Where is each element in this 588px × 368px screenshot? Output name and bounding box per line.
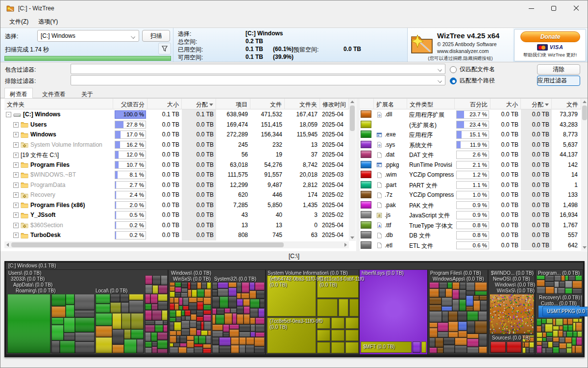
tree-header-2[interactable]: 大小 xyxy=(147,99,182,109)
tree-cell: 0.0 TB xyxy=(182,220,216,231)
expand-icon[interactable]: + xyxy=(13,132,19,137)
radio-match-filename[interactable]: 仅匹配文件名 xyxy=(450,65,495,74)
expand-icon[interactable]: + xyxy=(13,203,19,208)
tree-header-6[interactable]: 文件夹 xyxy=(285,99,320,109)
tree-row-4[interactable]: +[19 文件在 C:\]12.0 %0.0 TB0.0 TB561937202… xyxy=(4,150,349,160)
tree-cell: 13 xyxy=(250,220,285,231)
ext-cell: 0.0 TB xyxy=(521,220,552,231)
panel-splitter[interactable] xyxy=(356,99,360,251)
ext-row-13[interactable]: .etlETL 文件0.6 %0.0 TB0.0 TB642 xyxy=(360,240,581,251)
expand-icon[interactable]: + xyxy=(13,142,19,148)
tree-row-3[interactable]: +System Volume Information16.2 %0.0 TB0.… xyxy=(4,140,349,150)
menu-file[interactable]: 文件(Z) xyxy=(5,17,32,27)
stats-reserved-value: 0.0 TB xyxy=(343,46,361,53)
expand-icon[interactable]: + xyxy=(13,192,19,198)
exclude-filter-input[interactable] xyxy=(71,75,445,85)
ext-row-4[interactable]: .datDAT 文件2.6 %0.0 TB0.0 TB44,137 xyxy=(360,150,581,160)
tree-row-0[interactable]: -[C:] Windows100.0 %0.1 TB0.1 TB638,9494… xyxy=(4,109,349,120)
ext-header-1[interactable]: 扩展名 xyxy=(374,99,407,109)
filter-toggle-button[interactable] xyxy=(158,43,171,54)
tree-row-10[interactable]: +Y_JSsoft0.5 %0.0 TB0.0 TB434032025-02 xyxy=(4,210,349,220)
tree-header-3[interactable]: 分配 xyxy=(182,99,216,109)
expand-icon[interactable]: + xyxy=(13,223,19,228)
file-file-icon xyxy=(376,202,383,209)
tree-cell: 0.0 TB xyxy=(182,120,216,130)
folder-name: Recovery xyxy=(30,191,55,198)
treemap-view[interactable]: [C:] Windows (0.1 TB)Users\ (0.0 TB)3203… xyxy=(4,261,585,357)
tree-cell: 156,344 xyxy=(250,130,285,140)
ext-header-6[interactable]: 文件 xyxy=(552,99,581,109)
tree-row-7[interactable]: +ProgramData2.7 %0.0 TB0.0 TB12,2999,487… xyxy=(4,180,349,190)
scroll-down-icon xyxy=(583,246,587,249)
include-filter-input[interactable] xyxy=(71,64,445,74)
expand-icon[interactable]: + xyxy=(13,122,19,128)
ext-header-5[interactable]: 分配 xyxy=(521,99,552,109)
tree-vertical-scrollbar[interactable] xyxy=(349,99,356,241)
expand-icon[interactable]: + xyxy=(13,233,19,238)
tree-cell: 40 xyxy=(250,210,285,220)
tree-header-0[interactable]: 文件夹 xyxy=(4,99,113,109)
ext-row-2[interactable]: .exe应用程序15.1 %0.0 TB0.0 TB8,773 xyxy=(360,130,581,140)
treemap-canvas[interactable] xyxy=(6,263,583,356)
tab-2[interactable]: 关于 xyxy=(76,89,98,98)
tree-row-8[interactable]: +Recovery2.4 %0.0 TB0.0 TB6204461742025-… xyxy=(4,190,349,200)
drive-select[interactable]: [C:] Windows xyxy=(37,30,139,42)
tree-header-5[interactable]: 文件 xyxy=(250,99,285,109)
tab-1[interactable]: 文件查看 xyxy=(37,89,71,98)
tree-row-1[interactable]: +Users27.8 %0.0 TB0.0 TB169,474151,41518… xyxy=(4,120,349,130)
expand-icon[interactable]: + xyxy=(13,172,19,178)
donate-button[interactable]: Donate xyxy=(520,31,580,42)
tree-cell: 151,415 xyxy=(250,120,285,130)
expand-icon[interactable]: + xyxy=(13,162,19,168)
apply-filter-button[interactable]: 应用过滤器 xyxy=(537,76,580,86)
ext-header-2[interactable]: 文件类型 xyxy=(407,99,455,109)
website-link[interactable]: www.diskanalyzer.com xyxy=(437,48,489,54)
tree-header-1[interactable]: 父级百分比 xyxy=(113,99,147,109)
ext-row-6[interactable]: .wimYCZip Compress1.2 %0.0 TB0.0 TB14 xyxy=(360,170,581,180)
radio-match-fullpath[interactable]: 匹配整个路径 xyxy=(450,77,495,85)
tree-header-4[interactable]: 项目 xyxy=(216,99,250,109)
ext-row-1[interactable]: (无扩展名)23.4 %0.0 TB0.0 TB43,283 xyxy=(360,120,581,130)
tree-cell: 0.1 TB xyxy=(182,109,216,120)
tab-0[interactable]: 树查看 xyxy=(4,88,33,98)
tree-row-9[interactable]: +Program Files (x86)2.0 %0.0 TB0.0 TB7,2… xyxy=(4,200,349,210)
tree-cell-modified: 2025-04 xyxy=(320,150,349,160)
ext-row-7[interactable]: .partPART 文件1.1 %0.0 TB0.0 TB1 xyxy=(360,180,581,190)
expand-icon[interactable]: + xyxy=(13,183,19,188)
ext-vertical-scrollbar[interactable] xyxy=(581,99,588,251)
tree-row-6[interactable]: +$WINDOWS.~BT8.1 %0.0 TB0.0 TB111,57591,… xyxy=(4,170,349,180)
tree-horizontal-scrollbar[interactable] xyxy=(4,241,349,248)
ext-row-9[interactable]: .pakPAK 文件0.9 %0.0 TB0.0 TB1,498 xyxy=(360,200,581,210)
collapse-icon[interactable]: - xyxy=(6,112,11,117)
tree-header-7[interactable]: 修改时间 xyxy=(320,99,349,109)
main-panel: 文件夹父级百分比大小分配项目文件文件夹修改时间-[C:] Windows100.… xyxy=(0,98,588,251)
tree-cell: 0.0 TB xyxy=(147,220,182,231)
tree-row-5[interactable]: +Program Files10.7 %0.0 TB0.0 TB63,01854… xyxy=(4,160,349,170)
scan-button[interactable]: 扫描 xyxy=(142,30,170,42)
ext-header-0[interactable] xyxy=(360,99,374,109)
ext-row-12[interactable]: .dbDB 文件0.8 %0.0 TB0.0 TB557 xyxy=(360,230,581,240)
menu-options[interactable]: 选项(Y) xyxy=(34,17,62,27)
clear-filter-button[interactable]: 清除 xyxy=(537,64,580,75)
ext-row-8[interactable]: .7zYCZip Compress1.0 %0.0 TB0.0 TB133 xyxy=(360,190,581,200)
radio-match-filename-label: 仅匹配文件名 xyxy=(460,65,495,74)
ext-row-11[interactable]: A.ttfTrueType 字体文0.8 %0.0 TB0.0 TB1,767 xyxy=(360,220,581,231)
tree-row-11[interactable]: +$360Section0.2 %0.0 TB0.0 TB131302025-0… xyxy=(4,220,349,231)
percent-bar: 16.2 % xyxy=(115,141,146,149)
minimize-button[interactable] xyxy=(520,0,542,16)
expand-icon[interactable]: + xyxy=(13,153,19,158)
ext-row-10[interactable]: S.jsJavaScript 文件0.9 %0.0 TB0.0 TB16,934 xyxy=(360,210,581,220)
expand-icon[interactable]: + xyxy=(13,212,19,218)
percent-bar: 1.0 % xyxy=(456,191,489,199)
tree-row-2[interactable]: +Windows17.0 %0.0 TB0.0 TB272,289156,344… xyxy=(4,130,349,140)
ext-header-3[interactable]: 百分比 xyxy=(455,99,490,109)
ext-row-0[interactable]: .dll应用程序扩展23.7 %0.0 TB0.0 TB73,379 xyxy=(360,109,581,120)
ext-header-4[interactable]: 大小 xyxy=(490,99,521,109)
file-type: YCZip Compress xyxy=(407,170,455,180)
maximize-button[interactable] xyxy=(542,0,565,16)
tree-row-12[interactable]: +TurboDesk0.2 %0.0 TB0.0 TB808745632025-… xyxy=(4,230,349,240)
ext-row-5[interactable]: .ppkgRunTime Provisi2.1 %0.0 TB0.0 TB142 xyxy=(360,160,581,170)
close-button[interactable] xyxy=(565,0,588,16)
stats-used-pct: (60.1%) xyxy=(273,46,294,53)
ext-row-3[interactable]: .sys系统文件11.9 %0.0 TB0.0 TB5,637 xyxy=(360,140,581,150)
